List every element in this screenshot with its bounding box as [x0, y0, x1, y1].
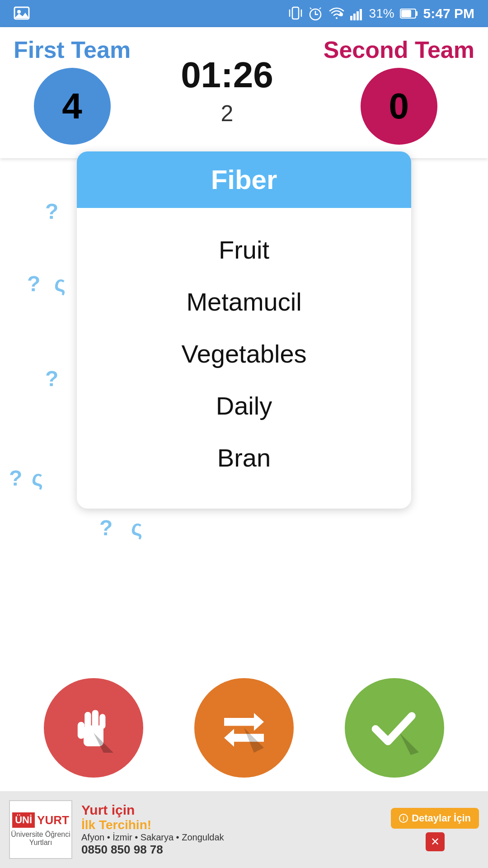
- ad-detail-label: Detaylar İçin: [412, 812, 471, 824]
- time-display: 5:47 PM: [423, 6, 474, 21]
- svg-rect-16: [416, 11, 418, 16]
- svg-line-8: [310, 8, 311, 9]
- status-bar: 31% 5:47 PM: [0, 0, 488, 27]
- info-icon: i: [399, 814, 408, 823]
- ad-cities: Afyon • İzmir • Sakarya • Zonguldak: [81, 832, 382, 843]
- scoreboard: First Team 4 01:26 2 Second Team 0: [0, 27, 488, 158]
- first-team-score-circle: 4: [34, 68, 111, 145]
- svg-rect-11: [350, 16, 352, 20]
- vibrate-icon: [289, 5, 302, 22]
- question-mark-decoration: ς: [32, 466, 43, 491]
- ad-phone: 0850 850 98 78: [81, 843, 382, 857]
- card-header: Fiber: [77, 151, 411, 208]
- checkmark-icon: [367, 701, 422, 755]
- card-answer-item: Vegetables: [104, 330, 384, 377]
- battery-icon: [400, 8, 418, 19]
- ad-logo: ÜNİ YURT Üniversite Öğrenci Yurtları: [9, 800, 72, 859]
- svg-line-9: [319, 8, 321, 9]
- svg-point-1: [17, 10, 21, 14]
- question-mark-decoration: ς: [54, 271, 66, 296]
- ad-subtitle: İlk Tercihin!: [81, 818, 382, 832]
- arrows-icon: [219, 703, 269, 753]
- alarm-icon: [308, 5, 323, 22]
- confirm-button[interactable]: [345, 678, 444, 778]
- svg-rect-19: [77, 722, 84, 739]
- hand-icon: [69, 703, 118, 753]
- svg-rect-12: [353, 14, 356, 20]
- question-mark-decoration: ?: [45, 199, 58, 224]
- ad-detail-button[interactable]: i Detaylar İçin: [391, 808, 479, 829]
- svg-text:i: i: [403, 815, 404, 822]
- svg-marker-23: [224, 713, 264, 731]
- timer-display: 01:26: [181, 54, 273, 96]
- first-team-section: First Team 4: [14, 36, 131, 145]
- signal-icon: [350, 7, 364, 20]
- status-bar-left: [14, 5, 30, 22]
- second-team-score: 0: [389, 85, 409, 127]
- first-team-score: 4: [62, 85, 82, 127]
- svg-rect-2: [292, 7, 299, 19]
- second-team-section: Second Team 0: [324, 36, 474, 145]
- card-title: Fiber: [211, 165, 277, 195]
- center-section: 01:26 2: [181, 54, 273, 127]
- battery-percent: 31%: [369, 6, 394, 21]
- status-bar-right: 31% 5:47 PM: [289, 5, 474, 22]
- question-mark-decoration: ?: [99, 515, 113, 540]
- svg-rect-22: [99, 714, 105, 729]
- ad-logo-subtitle: Üniversite Öğrenci Yurtları: [10, 830, 71, 847]
- svg-rect-14: [360, 9, 362, 20]
- photo-icon: [14, 5, 30, 22]
- first-team-name: First Team: [14, 36, 131, 63]
- svg-point-10: [339, 13, 343, 16]
- stop-button[interactable]: [44, 678, 143, 778]
- ad-title: Yurt için: [81, 802, 382, 818]
- question-mark-decoration: ς: [131, 515, 142, 540]
- ad-banner: ÜNİ YURT Üniversite Öğrenci Yurtları Yur…: [0, 791, 488, 868]
- switch-button[interactable]: [194, 678, 294, 778]
- card-answer-item: Fruit: [104, 226, 384, 274]
- ad-logo-top: ÜNİ YURT: [12, 812, 69, 828]
- ad-yurt-text: YURT: [37, 813, 69, 827]
- second-team-name: Second Team: [324, 36, 474, 63]
- card-answer-item: Metamucil: [104, 278, 384, 326]
- card-body: FruitMetamucilVegetablesDailyBran: [77, 208, 411, 509]
- svg-rect-20: [84, 712, 91, 728]
- svg-rect-13: [357, 11, 359, 20]
- question-mark-decoration: ?: [27, 271, 40, 296]
- wifi-icon: [328, 5, 345, 22]
- card-answer-item: Daily: [104, 382, 384, 429]
- question-mark-decoration: ?: [45, 366, 58, 391]
- question-card: Fiber FruitMetamucilVegetablesDailyBran: [77, 151, 411, 509]
- card-answer-item: Bran: [104, 434, 384, 481]
- svg-rect-17: [401, 10, 411, 17]
- question-mark-decoration: ?: [9, 466, 22, 491]
- round-number: 2: [221, 100, 234, 127]
- ad-content: Yurt için İlk Tercihin! Afyon • İzmir • …: [81, 802, 382, 857]
- action-buttons-container: [0, 678, 488, 778]
- svg-rect-21: [92, 710, 98, 728]
- ad-actions: i Detaylar İçin ✕: [391, 808, 479, 851]
- ad-close-button[interactable]: ✕: [426, 832, 445, 851]
- ad-uni-text: ÜNİ: [12, 812, 35, 828]
- ad-close-icon: ✕: [431, 835, 440, 848]
- second-team-score-circle: 0: [361, 68, 437, 145]
